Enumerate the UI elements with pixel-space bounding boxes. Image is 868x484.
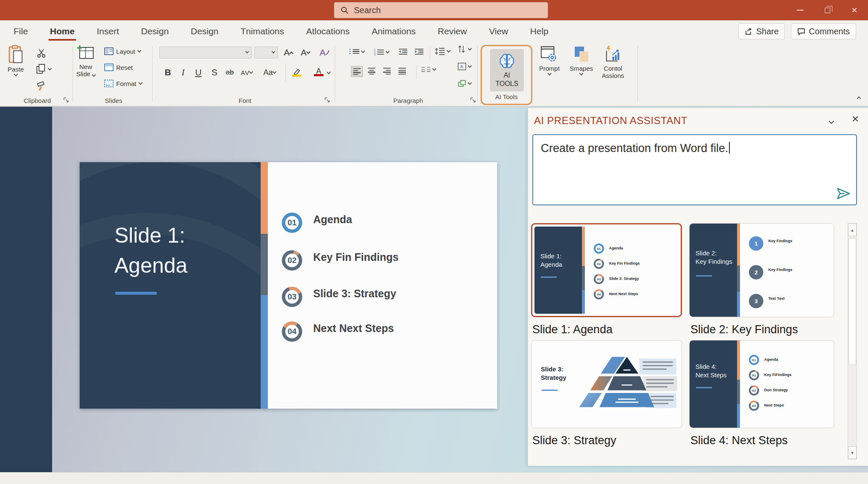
font-color-button[interactable]: A	[312, 64, 326, 79]
tab-help[interactable]: Help	[529, 24, 549, 39]
italic-button[interactable]: I	[176, 65, 190, 80]
highlight-color-button[interactable]	[290, 65, 303, 80]
align-left-button[interactable]	[351, 66, 363, 77]
item-label[interactable]: Slide 3: Strategy	[313, 288, 396, 299]
slide-card-2[interactable]: Slide 2:Key Findings 1 Key Findings 2 Ke…	[689, 223, 834, 317]
decrease-indent-button[interactable]	[398, 48, 408, 55]
shrink-font-button[interactable]: A	[298, 45, 312, 60]
collapse-ribbon-button[interactable]	[857, 94, 860, 102]
new-slide-button[interactable]: New Slide	[76, 45, 95, 78]
font-dialog-launcher[interactable]	[324, 97, 331, 103]
shadow-button[interactable]: S	[208, 65, 221, 80]
minimize-button[interactable]	[787, 0, 814, 20]
restore-icon	[825, 8, 830, 13]
ribbon-tabs: File Home Insert Design Design Tnimation…	[0, 24, 549, 39]
scrollbar-thumb[interactable]	[849, 238, 856, 365]
panel-title: AI PRESENTATION ASSISTANT	[534, 115, 687, 127]
convert-to-smartart-button[interactable]	[458, 80, 471, 87]
align-right-button[interactable]	[383, 68, 391, 75]
tab-design[interactable]: Design	[140, 24, 170, 39]
agenda-item-2[interactable]: 02 Key Fin Findings	[282, 250, 398, 271]
text-direction-button[interactable]	[458, 45, 471, 53]
tab-view[interactable]: View	[488, 24, 509, 39]
close-window-button[interactable]: ×	[841, 0, 868, 20]
slide-card-4[interactable]: Slide 4:Next Steps 01 Agenda 02 Key FiFi…	[689, 340, 834, 428]
item-label[interactable]: Agenda	[313, 213, 352, 225]
mini-item-label: Key Findings	[768, 239, 793, 243]
bullets-button[interactable]: •••	[349, 48, 364, 55]
restore-button[interactable]	[814, 0, 841, 20]
paragraph-dialog-launcher[interactable]	[470, 97, 476, 103]
tab-home[interactable]: Home	[49, 24, 75, 39]
slide-card-1[interactable]: Slide 1:Agenda 01 Agenda 02 Key Fin Find…	[531, 223, 682, 317]
group-divider	[335, 46, 335, 102]
clear-formatting-button[interactable]: A	[318, 45, 331, 60]
small-divider	[285, 64, 286, 82]
item-label[interactable]: Next Next Steps	[313, 322, 394, 334]
contol-assions-button[interactable]: ContolAssions	[602, 45, 624, 80]
copy-button[interactable]	[36, 64, 51, 75]
agenda-item-1[interactable]: 01 Agenda	[282, 213, 352, 233]
panel-scrollbar[interactable]: ▲ ▼	[848, 223, 857, 459]
tab-atlocations[interactable]: Atlocations	[305, 24, 351, 39]
cut-button[interactable]	[36, 48, 47, 58]
slide-title-panel[interactable]: Slide 1: Agenda	[80, 162, 261, 409]
prompt-input[interactable]: Create a presentation from Word file.	[532, 134, 857, 205]
decrease-indent-icon	[398, 48, 408, 55]
send-button[interactable]	[836, 187, 851, 200]
scroll-down-button[interactable]: ▼	[848, 446, 857, 459]
font-size-combo[interactable]	[254, 47, 278, 58]
tab-tnimations[interactable]: Tnimations	[239, 24, 285, 39]
ai-tools-button[interactable]: AI TOOLS	[490, 49, 524, 91]
underline-button[interactable]: U	[192, 65, 205, 80]
item-label[interactable]: Key Fin Findings	[313, 251, 398, 263]
format-painter-button[interactable]	[36, 81, 47, 91]
contol-label-2: Assions	[602, 72, 624, 79]
justify-button[interactable]	[398, 68, 406, 75]
comments-icon	[797, 28, 805, 36]
smapes-button[interactable]: Smapes	[570, 45, 593, 75]
slide-title-line2: Agenda	[114, 254, 187, 277]
line-spacing-button[interactable]	[435, 47, 450, 55]
tab-review[interactable]: Review	[437, 24, 468, 39]
comments-button[interactable]: Comments	[791, 23, 856, 39]
application-window: Search × File Home Insert Design Design …	[0, 0, 868, 484]
layout-button[interactable]: Layout	[104, 47, 141, 55]
font-name-combo[interactable]	[159, 47, 252, 58]
search-input[interactable]: Search	[334, 2, 548, 18]
align-text-button[interactable]: A	[458, 63, 471, 70]
clipboard-dialog-launcher[interactable]	[63, 97, 70, 103]
paragraph-group-label: Paragraph	[339, 97, 477, 104]
numbering-button[interactable]: 123	[374, 48, 389, 56]
slide-thumbnail-pane[interactable]	[0, 107, 52, 472]
agenda-item-4[interactable]: 04 Next Next Steps	[282, 321, 394, 342]
chevron-down-icon	[547, 72, 551, 76]
panel-collapse-button[interactable]	[829, 117, 833, 125]
paste-button[interactable]: Paste	[8, 45, 24, 76]
increase-indent-button[interactable]	[415, 48, 424, 55]
bold-button[interactable]: B	[161, 65, 175, 80]
columns-button[interactable]	[421, 67, 436, 72]
format-button[interactable]: Format	[104, 80, 142, 87]
change-case-button[interactable]: Aa	[263, 65, 276, 80]
agenda-item-3[interactable]: 03 Slide 3: Strategy	[282, 287, 396, 307]
tab-file[interactable]: File	[13, 24, 29, 39]
slide-canvas[interactable]: Slide 1: Agenda 01 Agenda 02 Key Fin Fin…	[80, 162, 497, 409]
format-painter-icon	[36, 81, 47, 91]
slide-card-3[interactable]: Slide 3:Strategy	[531, 340, 682, 428]
ai-tools-group-highlight: AI TOOLS AI Tools	[481, 45, 532, 105]
reset-button[interactable]: Reset	[104, 64, 133, 71]
chevron-down-icon	[361, 49, 365, 53]
share-button[interactable]: Share	[738, 23, 785, 39]
character-spacing-button[interactable]: AV	[240, 65, 253, 80]
tab-insert[interactable]: Insert	[96, 24, 120, 39]
grow-font-button[interactable]: A	[281, 45, 295, 60]
strikethrough-button[interactable]: ab	[223, 65, 236, 80]
prompt-button[interactable]: Prompt	[539, 45, 559, 75]
panel-close-button[interactable]: ×	[852, 112, 859, 126]
scroll-up-button[interactable]: ▲	[848, 224, 857, 236]
slide-title[interactable]: Slide 1: Agenda	[114, 221, 187, 281]
tab-design-2[interactable]: Design	[190, 24, 219, 39]
tab-animations[interactable]: Animations	[371, 24, 417, 39]
align-center-button[interactable]	[368, 68, 376, 75]
